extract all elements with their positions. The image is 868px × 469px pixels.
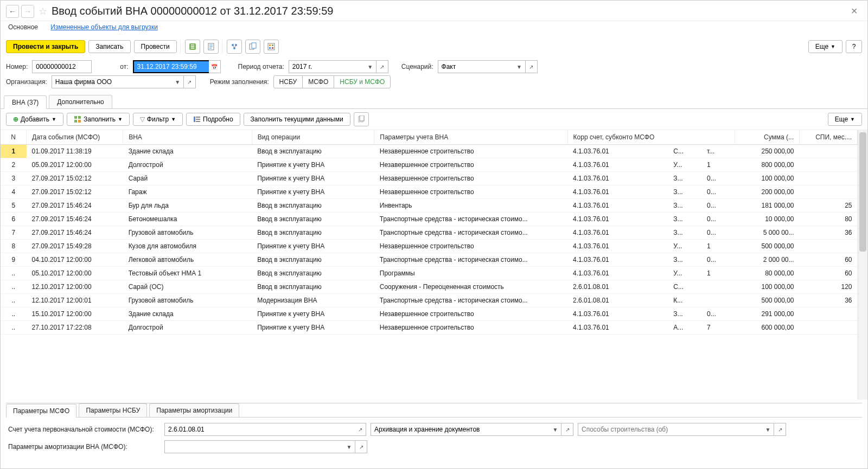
- col-params[interactable]: Параметры учета ВНА: [374, 130, 567, 145]
- cell-params: Транспортные средства - историческая сто…: [374, 294, 567, 307]
- help-button[interactable]: ?: [846, 40, 862, 53]
- table-row[interactable]: ..05.10.2017 12:00:00Тестовый объект НМА…: [1, 267, 858, 280]
- bottom-tab-msfo[interactable]: Параметры МСФО: [6, 404, 76, 417]
- show-movements-icon[interactable]: [185, 40, 200, 54]
- scenario-dropdown-icon[interactable]: ▼: [514, 60, 526, 73]
- cell-spi: 36: [800, 294, 858, 307]
- col-n[interactable]: N: [1, 130, 27, 145]
- cell-corr-sub1: З...: [668, 253, 701, 267]
- table-row[interactable]: ..27.10.2017 17:22:08ДолгостройПринятие …: [1, 321, 858, 335]
- additional-info-icon[interactable]: [264, 40, 279, 54]
- cell-vna: Бур для льда: [123, 199, 252, 213]
- table-row[interactable]: 904.10.2017 12:00:00Легковой автомобильВ…: [1, 253, 858, 267]
- calendar-icon[interactable]: 📅: [209, 60, 221, 73]
- cell-date: 04.10.2017 12:00:00: [27, 253, 123, 267]
- cell-corr-sub2: 1: [701, 267, 735, 280]
- subconto2-dropdown-icon[interactable]: ▼: [762, 423, 774, 436]
- subconto2-input[interactable]: [578, 423, 762, 436]
- cell-corr-sub1: С...: [668, 145, 701, 158]
- number-input[interactable]: [32, 60, 92, 73]
- cell-op: Ввод в эксплуатацию: [252, 253, 374, 267]
- table-row[interactable]: 327.09.2017 15:02:12СарайПринятие к учет…: [1, 172, 858, 185]
- amort-dropdown-icon[interactable]: ▼: [343, 440, 355, 453]
- col-vna[interactable]: ВНА: [123, 130, 252, 145]
- mode-both[interactable]: НСБУ и МСФО: [334, 76, 390, 88]
- period-open-icon[interactable]: ↗: [376, 60, 388, 73]
- favorite-star-icon[interactable]: ☆: [39, 5, 47, 17]
- col-corr[interactable]: Корр счет, субконто МСФО: [567, 130, 735, 145]
- fill-button[interactable]: Заполнить ▼: [67, 113, 130, 126]
- cell-params: Программы: [374, 267, 567, 280]
- mode-msfo[interactable]: МСФО: [303, 76, 334, 88]
- subconto-dropdown-icon[interactable]: ▼: [550, 423, 561, 436]
- mode-nsbu[interactable]: НСБУ: [274, 76, 303, 88]
- related-documents-icon[interactable]: [245, 40, 260, 54]
- forward-button[interactable]: →: [21, 5, 34, 18]
- cell-corr-account: 4.1.03.76.01: [567, 307, 668, 321]
- tab-vna[interactable]: ВНА (37): [4, 95, 47, 109]
- svg-rect-16: [78, 116, 81, 119]
- table-row[interactable]: 205.09.2017 12:00:00ДолгостройПринятие к…: [1, 158, 858, 172]
- table-row[interactable]: 101.09.2017 11:38:19Здание складаВвод в …: [1, 145, 858, 158]
- svg-rect-1: [191, 44, 194, 46]
- nav-changed-objects[interactable]: Измененные объекты для выгрузки: [50, 23, 158, 31]
- nav-main[interactable]: Основное: [8, 23, 38, 31]
- add-button[interactable]: ⊕ Добавить ▼: [6, 113, 63, 126]
- table-toolbar: ⊕ Добавить ▼ Заполнить ▼ ▽ Фильтр ▼ Подр…: [1, 109, 867, 130]
- post-button[interactable]: Провести: [134, 40, 177, 53]
- fill-current-button[interactable]: Заполнить текущими данными: [244, 113, 350, 126]
- org-open-icon[interactable]: ↗: [184, 75, 196, 88]
- cell-sum: 5 000 00...: [735, 226, 800, 240]
- col-sum[interactable]: Сумма (...: [735, 130, 800, 145]
- copy-icon[interactable]: [354, 112, 369, 126]
- vertical-scrollbar[interactable]: [858, 130, 867, 400]
- table-more-button[interactable]: Еще ▼: [828, 113, 862, 126]
- period-dropdown-icon[interactable]: ▼: [365, 60, 376, 73]
- structure-icon[interactable]: [227, 40, 242, 54]
- date-input[interactable]: [133, 60, 209, 73]
- from-label: от:: [120, 63, 128, 70]
- post-and-close-button[interactable]: Провести и закрыть: [6, 40, 85, 53]
- cell-corr-sub2: [701, 294, 735, 307]
- cell-corr-sub2: 1: [701, 240, 735, 253]
- table-row[interactable]: ..15.10.2017 12:00:00Здание складаПринят…: [1, 307, 858, 321]
- table-row[interactable]: 627.09.2017 15:46:24БетономешалкаВвод в …: [1, 213, 858, 226]
- col-date[interactable]: Дата события (МСФО): [27, 130, 123, 145]
- detail-button[interactable]: Подробно: [186, 113, 240, 126]
- report-icon[interactable]: [203, 40, 219, 54]
- col-spi[interactable]: СПИ, мес....: [800, 130, 858, 145]
- cell-op: Ввод в эксплуатацию: [252, 213, 374, 226]
- subconto2-open-icon[interactable]: ↗: [774, 423, 786, 436]
- table-row[interactable]: ..12.10.2017 12:00:00Сарай (ОС)Ввод в эк…: [1, 280, 858, 294]
- table-row[interactable]: 527.09.2017 15:46:24Бур для льдаВвод в э…: [1, 199, 858, 213]
- table-row[interactable]: 727.09.2017 15:46:24Грузовой автомобильВ…: [1, 226, 858, 240]
- account-open-icon[interactable]: ↗: [354, 423, 366, 436]
- svg-rect-12: [272, 44, 273, 46]
- period-input[interactable]: [289, 60, 365, 73]
- cell-spi: [800, 172, 858, 185]
- subconto-input[interactable]: [371, 423, 550, 436]
- scenario-input[interactable]: [438, 60, 514, 73]
- save-button[interactable]: Записать: [88, 40, 130, 53]
- subconto-open-icon[interactable]: ↗: [561, 423, 573, 436]
- filter-button[interactable]: ▽ Фильтр ▼: [133, 113, 183, 126]
- amort-input[interactable]: [164, 440, 343, 453]
- table-row[interactable]: 427.09.2017 15:02:12ГаражПринятие к учет…: [1, 185, 858, 199]
- org-dropdown-icon[interactable]: ▼: [172, 75, 184, 88]
- form-row-2: Организация: ▼ ↗ Режим заполнения: НСБУ …: [1, 74, 867, 89]
- org-input[interactable]: [52, 75, 172, 88]
- amort-open-icon[interactable]: ↗: [355, 440, 367, 453]
- account-input[interactable]: [164, 423, 354, 436]
- table-row[interactable]: ..12.10.2017 12:00:01Грузовой автомобиль…: [1, 294, 858, 307]
- bottom-tab-nsbu[interactable]: Параметры НСБУ: [79, 403, 147, 417]
- tab-additional[interactable]: Дополнительно: [49, 95, 112, 108]
- cell-params: Инвентарь: [374, 199, 567, 213]
- close-icon[interactable]: ✕: [846, 4, 862, 18]
- bottom-tab-amort[interactable]: Параметры амортизации: [149, 403, 239, 417]
- cell-n: ..: [1, 294, 27, 307]
- table-row[interactable]: 827.09.2017 15:49:28Кузов для автомобиля…: [1, 240, 858, 253]
- col-op[interactable]: Вид операции: [252, 130, 374, 145]
- scenario-open-icon[interactable]: ↗: [526, 60, 538, 73]
- more-button[interactable]: Еще ▼: [808, 40, 843, 53]
- back-button[interactable]: ←: [6, 5, 19, 18]
